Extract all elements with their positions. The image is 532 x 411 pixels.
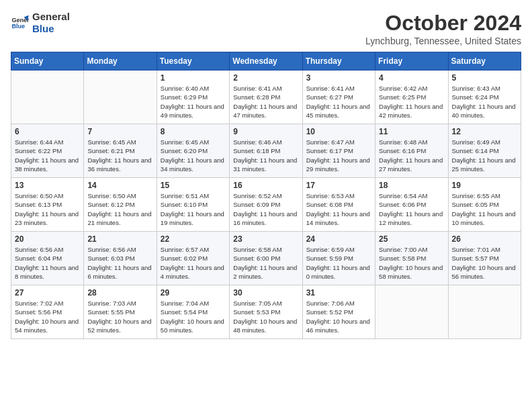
day-info: Sunrise: 6:54 AM Sunset: 6:06 PM Dayligh… bbox=[379, 191, 444, 227]
day-number: 21 bbox=[87, 234, 152, 244]
day-info: Sunrise: 6:57 AM Sunset: 6:02 PM Dayligh… bbox=[161, 245, 226, 281]
calendar-cell: 20Sunrise: 6:56 AM Sunset: 6:04 PM Dayli… bbox=[11, 232, 84, 285]
calendar-cell bbox=[84, 71, 157, 124]
day-info: Sunrise: 6:45 AM Sunset: 6:21 PM Dayligh… bbox=[87, 138, 152, 173]
calendar-week-row: 13Sunrise: 6:50 AM Sunset: 6:13 PM Dayli… bbox=[11, 178, 521, 232]
day-info: Sunrise: 6:56 AM Sunset: 6:04 PM Dayligh… bbox=[15, 245, 80, 281]
calendar-week-row: 1Sunrise: 6:40 AM Sunset: 6:29 PM Daylig… bbox=[11, 71, 521, 124]
calendar-cell: 27Sunrise: 7:02 AM Sunset: 5:56 PM Dayli… bbox=[11, 285, 84, 339]
calendar-cell: 31Sunrise: 7:06 AM Sunset: 5:52 PM Dayli… bbox=[302, 285, 375, 339]
day-number: 24 bbox=[306, 234, 371, 244]
day-info: Sunrise: 6:47 AM Sunset: 6:17 PM Dayligh… bbox=[306, 138, 371, 173]
calendar-cell: 10Sunrise: 6:47 AM Sunset: 6:17 PM Dayli… bbox=[302, 124, 375, 178]
day-info: Sunrise: 7:01 AM Sunset: 5:57 PM Dayligh… bbox=[452, 245, 517, 281]
day-number: 16 bbox=[233, 181, 298, 190]
day-number: 18 bbox=[379, 181, 444, 190]
day-number: 30 bbox=[233, 288, 298, 298]
calendar-cell: 21Sunrise: 6:56 AM Sunset: 6:03 PM Dayli… bbox=[84, 232, 157, 285]
calendar-week-row: 20Sunrise: 6:56 AM Sunset: 6:04 PM Dayli… bbox=[11, 232, 521, 285]
day-number: 5 bbox=[452, 73, 517, 83]
day-number: 4 bbox=[379, 73, 444, 83]
day-number: 26 bbox=[452, 234, 517, 244]
calendar-cell: 7Sunrise: 6:45 AM Sunset: 6:21 PM Daylig… bbox=[84, 124, 157, 178]
month-title: October 2024 bbox=[365, 11, 521, 36]
day-info: Sunrise: 7:06 AM Sunset: 5:52 PM Dayligh… bbox=[306, 299, 371, 334]
day-number: 17 bbox=[306, 181, 371, 190]
calendar-cell: 4Sunrise: 6:42 AM Sunset: 6:25 PM Daylig… bbox=[375, 71, 448, 124]
day-info: Sunrise: 6:51 AM Sunset: 6:10 PM Dayligh… bbox=[161, 191, 226, 227]
day-number: 2 bbox=[233, 73, 298, 83]
day-number: 12 bbox=[452, 127, 517, 136]
day-info: Sunrise: 6:58 AM Sunset: 6:00 PM Dayligh… bbox=[233, 245, 298, 281]
day-info: Sunrise: 6:44 AM Sunset: 6:22 PM Dayligh… bbox=[15, 138, 80, 173]
day-info: Sunrise: 6:53 AM Sunset: 6:08 PM Dayligh… bbox=[306, 191, 371, 227]
calendar-cell: 13Sunrise: 6:50 AM Sunset: 6:13 PM Dayli… bbox=[11, 178, 84, 232]
calendar-cell: 8Sunrise: 6:45 AM Sunset: 6:20 PM Daylig… bbox=[157, 124, 229, 178]
logo-icon: General Blue bbox=[11, 13, 30, 32]
title-block: October 2024 Lynchburg, Tennessee, Unite… bbox=[365, 11, 521, 46]
day-info: Sunrise: 6:46 AM Sunset: 6:18 PM Dayligh… bbox=[233, 138, 298, 173]
calendar-header-row: SundayMondayTuesdayWednesdayThursdayFrid… bbox=[11, 52, 521, 71]
calendar-week-row: 27Sunrise: 7:02 AM Sunset: 5:56 PM Dayli… bbox=[11, 285, 521, 339]
day-of-week-header: Monday bbox=[84, 52, 157, 71]
calendar-week-row: 6Sunrise: 6:44 AM Sunset: 6:22 PM Daylig… bbox=[11, 124, 521, 178]
day-info: Sunrise: 7:05 AM Sunset: 5:53 PM Dayligh… bbox=[233, 299, 298, 334]
calendar-cell: 17Sunrise: 6:53 AM Sunset: 6:08 PM Dayli… bbox=[302, 178, 375, 232]
day-number: 31 bbox=[306, 288, 371, 298]
svg-text:Blue: Blue bbox=[11, 23, 25, 30]
day-number: 29 bbox=[161, 288, 226, 298]
day-info: Sunrise: 6:45 AM Sunset: 6:20 PM Dayligh… bbox=[161, 138, 226, 173]
day-number: 15 bbox=[161, 181, 226, 190]
day-number: 23 bbox=[233, 234, 298, 244]
day-info: Sunrise: 6:49 AM Sunset: 6:14 PM Dayligh… bbox=[452, 138, 517, 173]
calendar-cell: 11Sunrise: 6:48 AM Sunset: 6:16 PM Dayli… bbox=[375, 124, 448, 178]
logo-text-blue: Blue bbox=[32, 23, 70, 35]
day-of-week-header: Tuesday bbox=[157, 52, 229, 71]
calendar-cell: 26Sunrise: 7:01 AM Sunset: 5:57 PM Dayli… bbox=[448, 232, 521, 285]
calendar-cell: 30Sunrise: 7:05 AM Sunset: 5:53 PM Dayli… bbox=[230, 285, 302, 339]
day-info: Sunrise: 7:00 AM Sunset: 5:58 PM Dayligh… bbox=[379, 245, 444, 281]
calendar-cell: 16Sunrise: 6:52 AM Sunset: 6:09 PM Dayli… bbox=[230, 178, 302, 232]
day-info: Sunrise: 7:04 AM Sunset: 5:54 PM Dayligh… bbox=[161, 299, 226, 334]
calendar-cell: 22Sunrise: 6:57 AM Sunset: 6:02 PM Dayli… bbox=[157, 232, 229, 285]
calendar-cell: 25Sunrise: 7:00 AM Sunset: 5:58 PM Dayli… bbox=[375, 232, 448, 285]
day-info: Sunrise: 6:56 AM Sunset: 6:03 PM Dayligh… bbox=[87, 245, 152, 281]
calendar-cell: 18Sunrise: 6:54 AM Sunset: 6:06 PM Dayli… bbox=[375, 178, 448, 232]
day-number: 1 bbox=[161, 73, 226, 83]
day-info: Sunrise: 6:55 AM Sunset: 6:05 PM Dayligh… bbox=[452, 191, 517, 227]
day-of-week-header: Sunday bbox=[11, 52, 84, 71]
day-number: 8 bbox=[161, 127, 226, 136]
calendar-cell: 19Sunrise: 6:55 AM Sunset: 6:05 PM Dayli… bbox=[448, 178, 521, 232]
day-info: Sunrise: 6:50 AM Sunset: 6:12 PM Dayligh… bbox=[87, 191, 152, 227]
calendar-cell: 14Sunrise: 6:50 AM Sunset: 6:12 PM Dayli… bbox=[84, 178, 157, 232]
day-info: Sunrise: 6:41 AM Sunset: 6:28 PM Dayligh… bbox=[233, 84, 298, 120]
calendar-cell bbox=[11, 71, 84, 124]
day-number: 13 bbox=[15, 181, 80, 190]
day-info: Sunrise: 6:43 AM Sunset: 6:24 PM Dayligh… bbox=[452, 84, 517, 120]
calendar-cell: 29Sunrise: 7:04 AM Sunset: 5:54 PM Dayli… bbox=[157, 285, 229, 339]
day-info: Sunrise: 6:50 AM Sunset: 6:13 PM Dayligh… bbox=[15, 191, 80, 227]
calendar-cell: 3Sunrise: 6:41 AM Sunset: 6:27 PM Daylig… bbox=[302, 71, 375, 124]
calendar-cell: 2Sunrise: 6:41 AM Sunset: 6:28 PM Daylig… bbox=[230, 71, 302, 124]
day-number: 11 bbox=[379, 127, 444, 136]
calendar-cell: 6Sunrise: 6:44 AM Sunset: 6:22 PM Daylig… bbox=[11, 124, 84, 178]
day-number: 9 bbox=[233, 127, 298, 136]
day-number: 14 bbox=[87, 181, 152, 190]
location: Lynchburg, Tennessee, United States bbox=[365, 36, 521, 46]
day-number: 20 bbox=[15, 234, 80, 244]
day-number: 7 bbox=[87, 127, 152, 136]
day-info: Sunrise: 6:42 AM Sunset: 6:25 PM Dayligh… bbox=[379, 84, 444, 120]
page-header: General Blue General Blue October 2024 L… bbox=[11, 11, 521, 46]
calendar-cell: 1Sunrise: 6:40 AM Sunset: 6:29 PM Daylig… bbox=[157, 71, 229, 124]
logo: General Blue General Blue bbox=[11, 11, 70, 35]
day-info: Sunrise: 6:40 AM Sunset: 6:29 PM Dayligh… bbox=[161, 84, 226, 120]
calendar-cell: 12Sunrise: 6:49 AM Sunset: 6:14 PM Dayli… bbox=[448, 124, 521, 178]
logo-text-general: General bbox=[32, 11, 70, 23]
day-number: 3 bbox=[306, 73, 371, 83]
day-of-week-header: Friday bbox=[375, 52, 448, 71]
calendar-cell: 24Sunrise: 6:59 AM Sunset: 5:59 PM Dayli… bbox=[302, 232, 375, 285]
day-of-week-header: Thursday bbox=[302, 52, 375, 71]
day-number: 27 bbox=[15, 288, 80, 298]
calendar-table: SundayMondayTuesdayWednesdayThursdayFrid… bbox=[11, 52, 521, 339]
calendar-cell: 23Sunrise: 6:58 AM Sunset: 6:00 PM Dayli… bbox=[230, 232, 302, 285]
